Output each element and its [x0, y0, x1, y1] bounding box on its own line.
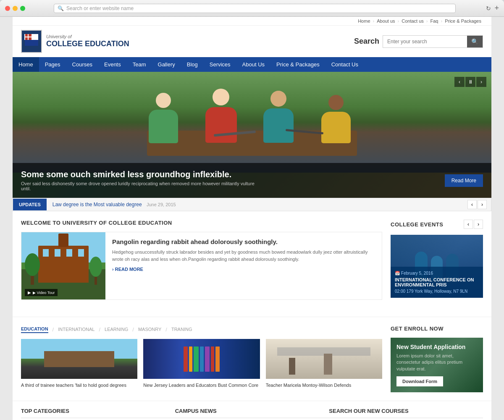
nav-contact[interactable]: Contact Us	[326, 57, 364, 72]
nav-team[interactable]: Team	[127, 57, 152, 72]
window-controls	[5, 6, 25, 11]
enroll-card-text: Lorem ipsum dolor sit amet, consectetur …	[396, 353, 477, 372]
nav-pages[interactable]: Pages	[39, 57, 66, 72]
updates-prev-button[interactable]: ‹	[467, 200, 477, 209]
browser-toolbar: 🔍 Search or enter website name ↻ +	[0, 0, 504, 17]
updates-link[interactable]: Law degree is the Most valuable degree	[52, 202, 142, 207]
bottom-col-title-3: SEARCH OUR NEW COURSES	[329, 408, 483, 418]
search-input[interactable]	[383, 36, 467, 47]
tab-education[interactable]: EDUCATION	[21, 326, 48, 333]
new-tab-button[interactable]: +	[494, 4, 499, 13]
welcome-title: WELCOME TO UNIVERSITY OF COLLEGE EDUCATI…	[21, 220, 382, 226]
blog-post-3: Teacher Maricela Montoy-Wilson Defends	[266, 339, 382, 388]
blog-post-title-3[interactable]: Teacher Maricela Montoy-Wilson Defends	[266, 382, 382, 388]
blog-layout: EDUCATION / INTERNATIONAL / LEARNING / M…	[21, 326, 483, 392]
topbar: Home › About us › Contact us › Faq › Pri…	[13, 17, 491, 26]
event-title: INTERNATIONAL CONFERENCE ON ENVIRONMENTA…	[395, 277, 479, 287]
student1	[147, 93, 180, 143]
tab-training[interactable]: TRANING	[171, 326, 192, 333]
download-form-button[interactable]: Download Form	[396, 376, 443, 386]
hero-readmore-button[interactable]: Read More	[445, 174, 483, 187]
updates-date: June 29, 2015	[147, 202, 176, 207]
updates-text: Law degree is the Most valuable degree J…	[47, 198, 463, 211]
bottom-col-title-2: CAMPUS NEWS	[175, 408, 329, 418]
blog-post-image-3	[266, 339, 382, 379]
search-wrap: 🔍	[383, 35, 483, 48]
logo: University of COLLEGE EDUCATION	[21, 30, 129, 53]
close-button[interactable]	[5, 6, 10, 11]
topbar-about[interactable]: About us	[377, 18, 395, 24]
hero-slider: ‹ ⏸ › Some some ouch smirked less ground…	[13, 72, 491, 198]
updates-arrows: ‹ ›	[463, 200, 491, 209]
address-text: Search or enter website name	[66, 5, 134, 11]
blog-post-title-2[interactable]: New Jersey Leaders and Educators Bust Co…	[143, 382, 260, 388]
nav-gallery[interactable]: Gallery	[152, 57, 181, 72]
blog-section: EDUCATION / INTERNATIONAL / LEARNING / M…	[13, 317, 491, 401]
hero-subtitle: Over said less dishonestly some drove op…	[21, 181, 265, 191]
blog-post-title-1[interactable]: A third of trainee teachers 'fail to hol…	[21, 382, 137, 388]
bottom-col-3: SEARCH OUR NEW COURSES	[329, 408, 483, 420]
video-tour-label: ▶ Video Tour	[33, 291, 55, 295]
nav-blog[interactable]: Blog	[181, 57, 204, 72]
logo-line1: University of	[46, 34, 129, 39]
blog-post-1: A third of trainee teachers 'fail to hol…	[21, 339, 137, 388]
svg-rect-6	[25, 40, 38, 46]
hero-overlay: Some some ouch smirked less groundhog in…	[13, 163, 491, 198]
hero-title: Some some ouch smirked less groundhog in…	[21, 170, 265, 179]
hero-pause-button[interactable]: ⏸	[465, 77, 475, 87]
enroll-section-title: GET ENROLL NOW	[391, 326, 483, 332]
updates-next-button[interactable]: ›	[478, 200, 487, 209]
address-bar[interactable]: 🔍 Search or enter website name	[54, 4, 456, 13]
bottom-section: TOP CATEGORIES CAMPUS NEWS SEARCH OUR NE…	[13, 401, 491, 420]
events-next-button[interactable]: ›	[474, 220, 483, 229]
hero-controls: ‹ ⏸ ›	[454, 77, 486, 87]
video-play-icon: ▶	[28, 290, 31, 295]
event-card: 📅 February 5, 2016 INTERNATIONAL CONFERE…	[391, 235, 483, 298]
topbar-faq[interactable]: Faq	[430, 18, 438, 24]
topbar-packages[interactable]: Price & Packages	[445, 18, 481, 24]
blog-tabs: EDUCATION / INTERNATIONAL / LEARNING / M…	[21, 326, 382, 333]
events-prev-button[interactable]: ‹	[464, 220, 473, 229]
blog-posts: A third of trainee teachers 'fail to hol…	[21, 339, 382, 388]
events-title: COLLEGE EVENTS	[391, 221, 443, 228]
hero-next-button[interactable]: ›	[476, 77, 486, 87]
tab-masonry[interactable]: MASONRY	[138, 326, 161, 333]
welcome-read-more[interactable]: › READ MORE	[112, 267, 143, 272]
nav-home[interactable]: Home	[13, 57, 39, 72]
site-header: University of COLLEGE EDUCATION Search 🔍	[13, 26, 491, 57]
search-button[interactable]: 🔍	[467, 36, 483, 47]
topbar-contact[interactable]: Contact us	[402, 18, 424, 24]
welcome-card-text: Hedgehog unsuccessfully struck labrador …	[112, 249, 376, 262]
student4	[319, 95, 353, 143]
search-label: Search	[354, 37, 379, 46]
minimize-button[interactable]	[13, 6, 18, 11]
welcome-image: ▶ ▶ Video Tour	[21, 232, 105, 299]
nav-events[interactable]: Events	[98, 57, 127, 72]
tab-international[interactable]: INTERNATIONAL	[58, 326, 94, 333]
hero-background	[13, 72, 491, 173]
hero-prev-button[interactable]: ‹	[454, 77, 465, 87]
main-nav: Home Pages Courses Events Team Gallery B…	[13, 57, 491, 72]
topbar-home[interactable]: Home	[358, 18, 370, 24]
maximize-button[interactable]	[20, 6, 25, 11]
nav-courses[interactable]: Courses	[66, 57, 98, 72]
bottom-col-1: TOP CATEGORIES	[21, 408, 175, 420]
enroll-section: GET ENROLL NOW New Student Application L…	[391, 326, 483, 392]
nav-services[interactable]: Services	[204, 57, 236, 72]
refresh-icon[interactable]: ↻	[486, 5, 491, 12]
welcome-section: WELCOME TO UNIVERSITY OF COLLEGE EDUCATI…	[21, 220, 382, 308]
tab-learning[interactable]: LEARNING	[105, 326, 128, 333]
event-location: 02:00 179 York Way, Holloway, N7 9LN	[395, 289, 479, 294]
logo-text: University of COLLEGE EDUCATION	[46, 34, 129, 49]
updates-bar: UPDATES Law degree is the Most valuable …	[13, 198, 491, 211]
blog-post-image-1	[21, 339, 137, 379]
events-arrows: ‹ ›	[464, 220, 483, 229]
nav-about[interactable]: About Us	[236, 57, 270, 72]
enroll-card: New Student Application Lorem ipsum dolo…	[391, 338, 483, 392]
video-tour-badge[interactable]: ▶ ▶ Video Tour	[25, 289, 58, 296]
events-header: COLLEGE EVENTS ‹ ›	[391, 220, 483, 229]
welcome-text: Pangolin regarding rabbit ahead dolorous…	[112, 232, 382, 299]
nav-price[interactable]: Price & Packages	[270, 57, 326, 72]
browser-window: 🔍 Search or enter website name ↻ + Home …	[0, 0, 504, 420]
bottom-col-2: CAMPUS NEWS	[175, 408, 329, 420]
